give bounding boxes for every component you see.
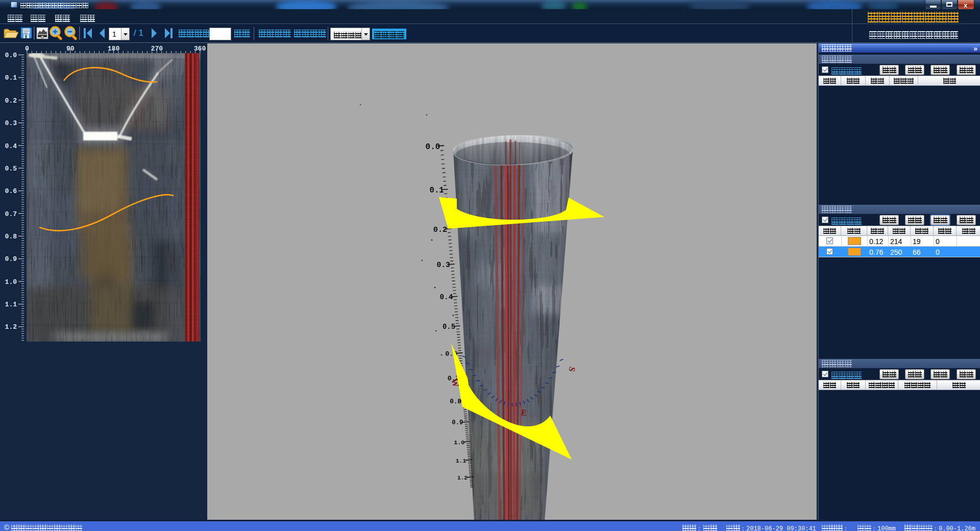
svg-text:0.4: 0.4 (440, 293, 453, 301)
svg-text:0.2: 0.2 (5, 97, 17, 105)
svg-text:S: S (567, 366, 577, 373)
svg-text:0.7: 0.7 (5, 210, 17, 218)
svg-text:1.2: 1.2 (5, 323, 17, 331)
svg-text:0.1: 0.1 (430, 186, 444, 195)
svg-text:0.8: 0.8 (450, 398, 461, 405)
svg-text:0.4: 0.4 (5, 142, 17, 150)
svg-text:0.5: 0.5 (5, 165, 17, 173)
svg-text:1.1: 1.1 (5, 301, 17, 308)
svg-text:0.0: 0.0 (426, 142, 440, 152)
svg-text:0.3: 0.3 (436, 261, 450, 269)
svg-text:0.8: 0.8 (5, 233, 17, 240)
svg-text:0.6: 0.6 (5, 187, 17, 195)
svg-text:0.1: 0.1 (5, 74, 17, 82)
svg-text:1.0: 1.0 (454, 439, 464, 446)
svg-text:1.0: 1.0 (5, 278, 17, 286)
svg-text:1.2: 1.2 (457, 475, 468, 481)
svg-text:0.9: 0.9 (452, 419, 463, 426)
svg-text:0.5: 0.5 (443, 323, 455, 331)
svg-text:1.1: 1.1 (456, 458, 467, 464)
svg-text:0.9: 0.9 (5, 255, 17, 263)
svg-text:0.0: 0.0 (5, 52, 17, 59)
svg-text:0.3: 0.3 (5, 119, 17, 127)
svg-text:0.2: 0.2 (433, 225, 447, 234)
